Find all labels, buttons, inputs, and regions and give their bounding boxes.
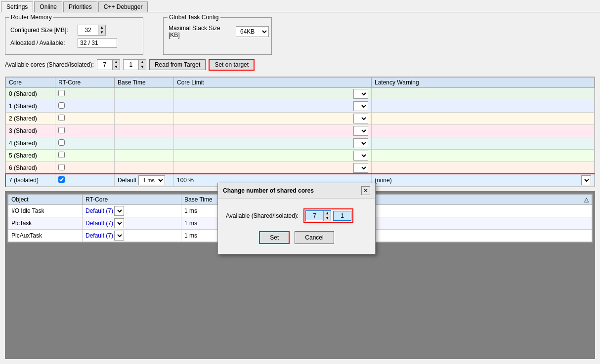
core-table-row: 0 (Shared) [6, 88, 595, 100]
rt-core-checkbox-cell[interactable] [55, 137, 115, 150]
latency-cell [372, 137, 595, 150]
isolated-cores-up[interactable]: ▲ [139, 60, 146, 65]
modal-shared-up[interactable]: ▲ [324, 211, 331, 216]
base-time-dropdown[interactable]: 1 ms [138, 175, 165, 185]
rt-core-checkbox-cell[interactable] [55, 113, 115, 125]
base-time-cell [115, 125, 174, 137]
modal-isolated-input[interactable] [333, 211, 351, 221]
modal-cancel-button[interactable]: Cancel [295, 231, 334, 244]
base-time-cell [115, 88, 174, 100]
tab-cpp-debugger[interactable]: C++ Debugger [98, 1, 148, 12]
latency-col-header: Latency Warning [372, 78, 595, 88]
core-limit-cell[interactable] [174, 125, 372, 137]
core-cell: 0 (Shared) [6, 88, 55, 100]
task-base-time-header: Base Time [181, 195, 221, 205]
core-limit-cell[interactable] [174, 100, 372, 113]
tab-online[interactable]: Online [34, 1, 62, 12]
rt-core-checkbox[interactable] [58, 164, 65, 170]
isolated-cores-value[interactable] [124, 60, 138, 69]
configured-size-value[interactable] [78, 26, 98, 35]
core-limit-dropdown[interactable] [353, 163, 368, 173]
rt-core-checkbox-cell[interactable] [55, 162, 115, 174]
core-table-row: 5 (Shared) [6, 150, 595, 162]
core-cell: 4 (Shared) [6, 137, 55, 150]
core-limit-cell[interactable] [174, 113, 372, 125]
rt-core-task-dropdown[interactable] [114, 218, 124, 228]
rt-core-checkbox[interactable] [58, 127, 65, 133]
core-limit-dropdown[interactable] [353, 138, 368, 148]
configured-label: Configured Size [MB]: [10, 27, 75, 34]
modal-set-button[interactable]: Set [259, 231, 290, 244]
configured-size-down[interactable]: ▼ [98, 30, 105, 35]
core-limit-cell[interactable] [174, 150, 372, 162]
set-on-target-button[interactable]: Set on target [209, 59, 255, 71]
core-limit-cell[interactable] [174, 137, 372, 150]
isolated-cores-input[interactable]: ▲ ▼ [123, 59, 146, 70]
rt-core-checkbox[interactable] [58, 102, 65, 109]
rt-core-checkbox-cell[interactable] [55, 150, 115, 162]
rt-core-checkbox[interactable] [58, 139, 65, 146]
rt-core-checkbox[interactable] [58, 90, 65, 96]
modal-buttons: Set Cancel [226, 231, 367, 244]
modal-title: Change number of shared cores [223, 187, 314, 194]
core-limit-dropdown[interactable] [353, 114, 368, 123]
core-cell: 2 (Shared) [6, 113, 55, 125]
latency-cell [372, 100, 595, 113]
base-time-cell: Default 1 ms [115, 174, 174, 187]
rt-core-checkbox-cell[interactable] [55, 100, 115, 113]
configured-size-up[interactable]: ▲ [98, 25, 105, 30]
tab-settings[interactable]: Settings [1, 1, 33, 12]
latency-dropdown[interactable] [581, 175, 591, 185]
tab-priorities[interactable]: Priorities [63, 1, 97, 12]
rt-core-col-header: RT-Core [55, 78, 115, 88]
rt-core-checkbox-cell[interactable] [55, 88, 115, 100]
modal-input-group: ▲ ▼ [303, 208, 353, 223]
modal-dialog: Change number of shared cores ✕ Availabl… [217, 183, 376, 254]
core-limit-dropdown[interactable] [353, 126, 368, 136]
task-rt-core-cell: Default (7) [83, 230, 181, 242]
rt-core-task-dropdown[interactable] [114, 206, 124, 216]
isolated-cores-down[interactable]: ▼ [139, 65, 146, 70]
rt-core-checkbox-cell[interactable] [55, 125, 115, 137]
latency-cell[interactable]: (none) [372, 174, 595, 187]
latency-cell [372, 88, 595, 100]
core-limit-cell[interactable] [174, 88, 372, 100]
task-object-cell: PlcAuxTask [8, 230, 83, 242]
task-object-header: Object [8, 195, 83, 205]
stack-size-select[interactable]: 64KB 128KB 256KB [236, 26, 269, 37]
core-limit-cell[interactable] [174, 162, 372, 174]
modal-close-button[interactable]: ✕ [361, 186, 370, 195]
core-table-row: 1 (Shared) [6, 100, 595, 113]
sort-icon: △ [584, 196, 589, 203]
shared-cores-up[interactable]: ▲ [113, 60, 120, 65]
shared-cores-value[interactable] [97, 60, 112, 69]
rt-core-checkbox-cell[interactable] [55, 174, 115, 187]
configured-size-input[interactable]: ▲ ▼ [78, 25, 106, 36]
core-table-row: 2 (Shared) [6, 113, 595, 125]
rt-core-checkbox[interactable] [58, 115, 65, 121]
core-limit-col-header: Core Limit [174, 78, 372, 88]
read-from-target-button[interactable]: Read from Target [149, 59, 206, 70]
shared-cores-input[interactable]: ▲ ▼ [97, 59, 120, 70]
task-base-time-cell: 1 ms [181, 205, 221, 217]
task-base-time-cell: 1 ms [181, 230, 221, 242]
core-limit-dropdown[interactable] [353, 151, 368, 161]
shared-cores-down[interactable]: ▼ [113, 65, 120, 70]
allocated-label: Allocated / Available: [10, 40, 75, 46]
modal-isolated-value[interactable] [334, 211, 351, 220]
core-limit-dropdown[interactable] [353, 101, 368, 111]
modal-shared-input[interactable]: ▲ ▼ [305, 210, 331, 221]
core-cell: 1 (Shared) [6, 100, 55, 113]
core-limit-dropdown[interactable] [353, 89, 368, 99]
task-rt-core-cell: Default (7) [83, 205, 181, 217]
base-time-col-header: Base Time [115, 78, 174, 88]
base-time-cell [115, 137, 174, 150]
modal-shared-down[interactable]: ▼ [324, 216, 331, 221]
task-rt-core-header: RT-Core [83, 195, 181, 205]
modal-shared-value[interactable] [306, 211, 323, 220]
core-col-header: Core [6, 78, 55, 88]
core-cell: 7 (Isolated) [6, 174, 55, 187]
rt-core-checkbox[interactable] [58, 152, 65, 158]
rt-core-task-dropdown[interactable] [114, 231, 124, 241]
rt-core-isolated-checkbox[interactable] [58, 176, 65, 183]
